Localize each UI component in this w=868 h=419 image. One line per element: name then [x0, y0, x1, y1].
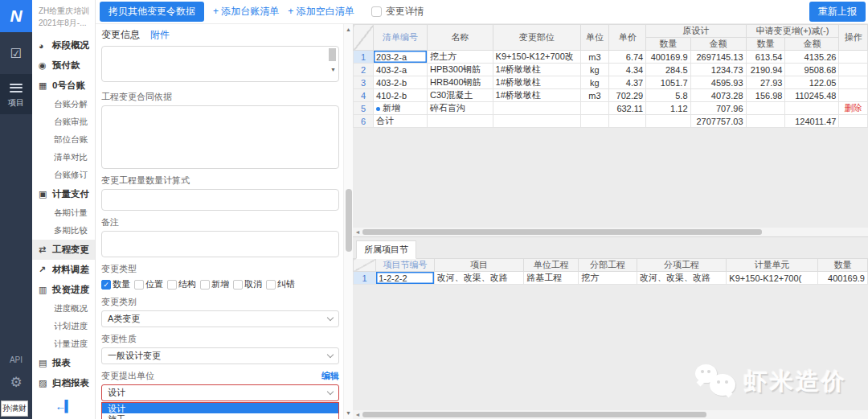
scrollbar-track[interactable] [362, 228, 868, 236]
sidebar-item[interactable]: 多期比较 [32, 222, 95, 240]
table-row[interactable]: 5新增碎石盲沟632.111.12707.96删除 [354, 102, 868, 115]
cell-price[interactable]: 4.37 [609, 76, 646, 89]
cell-change-amt[interactable]: 9508.68 [785, 64, 839, 76]
add-blank-list-button[interactable]: + 添加空白清单 [288, 5, 354, 18]
checkbox[interactable] [167, 280, 177, 290]
cell-original-amt[interactable]: 2697145.13 [690, 51, 746, 64]
dropdown-option[interactable]: 施工 [102, 413, 338, 419]
sidebar-item[interactable]: ▦0号台账 [32, 76, 95, 96]
cell-price[interactable]: 632.11 [609, 102, 646, 115]
sidebar-item[interactable]: ▥投资进度 [32, 280, 95, 300]
cell-name[interactable]: 挖土方 [428, 51, 493, 64]
add-ledger-list-button[interactable]: + 添加台账清单 [213, 5, 279, 18]
sidebar-item[interactable]: 各期计量 [32, 204, 95, 222]
cell-code[interactable]: 403-2-a [374, 64, 428, 76]
cell-unit[interactable]: kg [580, 76, 609, 89]
sidebar-item[interactable]: ◉预付款 [32, 55, 95, 76]
cell-unit[interactable] [580, 102, 609, 115]
cell-original-qty[interactable]: 284.5 [646, 64, 690, 76]
api-link[interactable]: API [10, 355, 23, 364]
cell-part[interactable] [493, 102, 580, 115]
scroll-left-icon[interactable]: ◄ [353, 229, 362, 235]
cell-unit[interactable]: m3 [580, 51, 609, 64]
cell-change-qty[interactable]: 27.93 [746, 76, 785, 89]
cell-original-amt[interactable]: 4595.93 [690, 76, 746, 89]
table-row[interactable]: 6合计2707757.03124011.47 [354, 115, 868, 128]
sidebar-item[interactable]: 计划进度 [32, 318, 95, 335]
scrollbar-track[interactable] [362, 410, 868, 419]
cell-change-amt[interactable]: 124011.47 [785, 115, 839, 128]
sidebar-item[interactable]: ▤报表 [32, 353, 95, 373]
sidebar-item[interactable]: 部位台账 [32, 131, 95, 149]
scroll-left-icon[interactable]: ◄ [353, 412, 362, 417]
cell-code[interactable]: 新增 [374, 102, 428, 115]
cell-change-qty[interactable] [746, 115, 785, 128]
user-name-badge[interactable]: 孙满财 [1, 401, 28, 417]
cell-original-qty[interactable] [646, 115, 690, 128]
cell-unit[interactable]: kg [580, 64, 609, 76]
cell-change-amt[interactable]: 122.05 [785, 76, 839, 89]
cell-part[interactable]: K9+150-K12+700改 [493, 51, 580, 64]
cell-unit[interactable] [580, 115, 609, 128]
sidebar-item[interactable]: ▣计量支付 [32, 184, 95, 204]
sidebar-item[interactable]: 计量进度 [32, 335, 95, 353]
cell-original-amt[interactable]: 4073.28 [690, 89, 746, 102]
sidebar-item[interactable]: 清单对比 [32, 149, 95, 166]
tab-project-section[interactable]: 所属项目节 [356, 240, 416, 259]
remark-textarea[interactable] [101, 231, 339, 257]
cell-change-qty[interactable] [746, 102, 785, 115]
tasks-check-icon[interactable]: ☑ [10, 46, 22, 61]
cell-code[interactable]: 合计 [374, 115, 428, 128]
cell-name[interactable]: C30混凝土 [428, 89, 493, 102]
checkbox[interactable] [266, 280, 276, 290]
form-tab[interactable]: 变更信息 [101, 28, 140, 42]
cell-change-amt[interactable] [785, 102, 839, 115]
sidebar-item[interactable]: ◕标段概况 [32, 35, 95, 55]
cell-name[interactable] [428, 115, 493, 128]
table-row[interactable]: 11-2-2-2改河、改渠、改路路基工程挖方改河、改渠、改路K9+150-K12… [354, 272, 868, 285]
table-cell[interactable]: 挖方 [579, 272, 637, 285]
sidebar-item[interactable]: 台账审批 [32, 113, 95, 131]
cell-unit[interactable]: m3 [580, 89, 609, 102]
sidebar-item[interactable]: 台账分解 [32, 96, 95, 113]
dropdown-option[interactable]: 设计 [102, 403, 338, 413]
scroll-down-icon[interactable]: ▼ [330, 67, 336, 72]
collapse-sidebar-icon[interactable]: ←▍ [32, 396, 95, 419]
cell-price[interactable]: 702.29 [609, 89, 646, 102]
table-cell[interactable]: 改河、改渠、改路 [637, 272, 726, 285]
cell-name[interactable]: HPB300钢筋 [428, 64, 493, 76]
table-cell[interactable]: 改河、改渠、改路 [434, 272, 523, 285]
sidebar-item[interactable]: 进度概况 [32, 300, 95, 318]
cell-part[interactable]: 1#桥墩墩柱 [493, 76, 580, 89]
edit-proposer-link[interactable]: 编辑 [321, 370, 339, 382]
table-row[interactable]: 1203-2-a挖土方K9+150-K12+700改m36.74400169.9… [354, 51, 868, 64]
checkbox[interactable] [200, 280, 210, 290]
cell-code[interactable]: 403-2-b [374, 76, 428, 89]
scroll-down-icon[interactable]: ▼ [344, 408, 353, 419]
table-row[interactable]: 2403-2-aHPB300钢筋1#桥墩墩柱kg4.34284.51234.73… [354, 64, 868, 76]
sidebar-item[interactable]: ▨归档报表 [32, 373, 95, 393]
table-cell[interactable]: 400169.9 [817, 272, 867, 285]
cell-price[interactable] [609, 115, 646, 128]
table-cell[interactable]: K9+150-K12+700( [727, 272, 818, 285]
checkbox[interactable] [233, 280, 243, 290]
cell-original-amt[interactable]: 1234.73 [690, 64, 746, 76]
form-scrollbar[interactable]: ▲ ▼ [343, 24, 353, 419]
scrollbar-thumb[interactable] [346, 189, 352, 252]
quantity-formula-textarea[interactable] [101, 189, 339, 211]
cell-original-qty[interactable]: 1.12 [646, 102, 690, 115]
scrollbar-thumb[interactable] [362, 229, 762, 235]
app-logo[interactable]: N [0, 0, 32, 32]
change-category-select[interactable]: A类变更 [101, 310, 339, 327]
cell-change-qty[interactable]: 613.54 [746, 51, 785, 64]
cell-name[interactable]: HRB400钢筋 [428, 76, 493, 89]
proposer-select[interactable]: 设计 [101, 384, 339, 401]
cell-price[interactable]: 6.74 [609, 51, 646, 64]
checkbox[interactable]: ✓ [101, 280, 111, 290]
cell-change-qty[interactable]: 156.98 [746, 89, 785, 102]
resubmit-button[interactable]: 重新上报 [809, 2, 866, 22]
checkbox[interactable] [134, 280, 144, 290]
scrollbar-thumb[interactable] [362, 412, 706, 417]
change-info-textarea[interactable] [101, 46, 339, 82]
scroll-up-icon[interactable]: ▲ [344, 24, 353, 35]
